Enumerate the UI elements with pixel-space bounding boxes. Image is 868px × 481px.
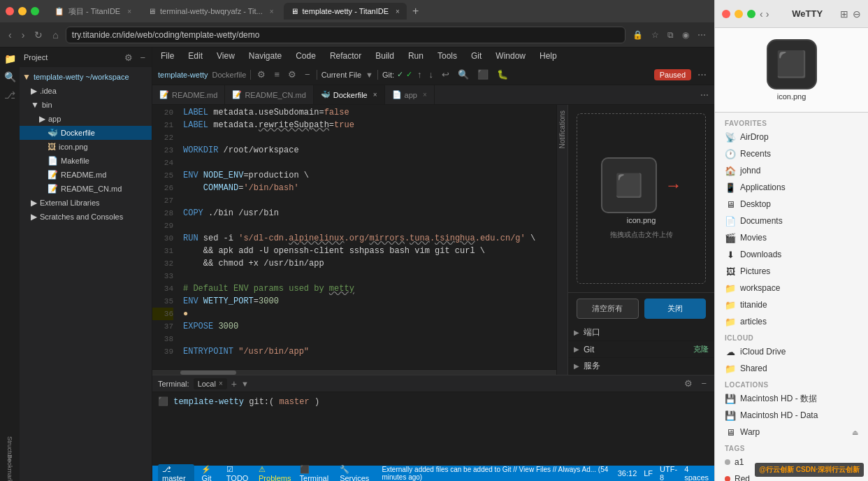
extensions-icon[interactable]: ⧉	[665, 29, 677, 41]
menu-build[interactable]: Build	[372, 50, 397, 62]
tree-item-idea[interactable]: ▶ .idea	[20, 84, 152, 98]
finder-item-airdrop[interactable]: 📡 AirDrop	[715, 129, 868, 145]
terminal-minimize-btn[interactable]: −	[699, 377, 709, 390]
toolbar-minus-btn[interactable]: −	[303, 68, 312, 81]
menu-run[interactable]: Run	[405, 50, 426, 62]
close-upload-btn[interactable]: 关闭	[644, 299, 707, 319]
paused-button[interactable]: Paused	[654, 69, 691, 80]
maximize-button[interactable]	[31, 7, 39, 15]
home-button[interactable]: ⌂	[50, 28, 61, 42]
terminal-add-btn[interactable]: +	[231, 378, 237, 389]
menu-tools[interactable]: Tools	[435, 50, 460, 62]
menu-git[interactable]: Git	[468, 50, 484, 62]
tab-3-close[interactable]: ×	[396, 8, 400, 15]
finder-item-pictures[interactable]: 🖼 Pictures	[715, 263, 868, 280]
new-tab-button[interactable]: +	[410, 5, 421, 17]
panel-row-port[interactable]: ▶ 端口	[568, 324, 714, 341]
toolbar-structure-btn[interactable]: ≡	[272, 68, 282, 81]
terminal-chevron[interactable]: ▼	[241, 380, 249, 388]
finder-item-workspace[interactable]: 📁 workspace	[715, 280, 868, 296]
finder-back-btn[interactable]: ‹	[760, 8, 763, 20]
menu-edit[interactable]: Edit	[185, 50, 205, 62]
git-pull-btn[interactable]: ↓	[427, 68, 436, 81]
tree-root[interactable]: ▼ template-wetty ~/workspace	[20, 70, 152, 84]
more-options-btn[interactable]: ⋯	[695, 68, 709, 81]
panel-row-service[interactable]: ▶ 服务	[568, 358, 714, 375]
browser-tab-3[interactable]: 🖥 template-wetty - TitanIDE ×	[284, 3, 407, 20]
file-tab-readme[interactable]: 📝 README.md	[152, 85, 225, 105]
menu-navigate[interactable]: Navigate	[246, 50, 284, 62]
code-text[interactable]: LABEL metadata.useSubdomain=false LABEL …	[178, 105, 556, 369]
menu-refactor[interactable]: Refactor	[327, 50, 364, 62]
git-push-btn[interactable]: ↑	[415, 68, 424, 81]
finder-eject-icon[interactable]: ⏏	[852, 429, 858, 436]
terminal-tab-local[interactable]: Local ×	[194, 378, 227, 389]
tab-2-close[interactable]: ×	[270, 8, 274, 15]
file-tab-dockerfile[interactable]: 🐳 Dockerfile ×	[314, 85, 385, 105]
status-todo[interactable]: ☑ TODO	[226, 465, 252, 482]
finder-item-icloud-drive[interactable]: ☁ iCloud Drive	[715, 343, 868, 360]
finder-item-macintosh-data[interactable]: 💾 Macintosh HD - 数据	[715, 390, 868, 407]
terminal-tab-close[interactable]: ×	[219, 380, 223, 387]
clear-btn[interactable]: 清空所有	[577, 299, 639, 319]
finder-icon-item[interactable]: ⬛ icon.png	[767, 39, 817, 101]
terminal-content[interactable]: ⬛ template-wetty git:( master )	[152, 392, 714, 466]
minimize-button[interactable]	[18, 7, 27, 15]
git-icon[interactable]: ⎇	[1, 87, 18, 103]
tree-item-app[interactable]: ▶ app	[20, 112, 152, 126]
undo-btn[interactable]: ↩	[440, 68, 451, 81]
upload-area[interactable]: ⬛ → icon.png 拖拽或点击文件上传	[577, 113, 706, 284]
project-icon[interactable]: 📁	[1, 50, 18, 67]
terminal-btn[interactable]: ⬛	[475, 68, 491, 81]
refresh-button[interactable]: ↻	[31, 28, 45, 42]
browser-tab-1[interactable]: 📋 项目 - TitanIDE ×	[48, 3, 138, 20]
file-tab-readme-cn[interactable]: 📝 README_CN.md	[225, 85, 313, 105]
tree-item-bin[interactable]: ▼ bin	[20, 98, 152, 112]
finder-item-macintosh-hd[interactable]: 💾 Macintosh HD - Data	[715, 407, 868, 424]
tree-item-dockerfile[interactable]: 🐳 Dockerfile	[20, 126, 152, 140]
menu-code[interactable]: Code	[293, 50, 319, 62]
sidebar-settings-btn[interactable]: ⚙	[122, 51, 135, 64]
finder-grid-btn[interactable]: ⊞	[840, 8, 848, 20]
debug-btn[interactable]: 🐛	[495, 68, 510, 81]
url-input[interactable]	[66, 27, 625, 43]
finder-forward-btn[interactable]: ›	[766, 8, 769, 20]
file-tab-more[interactable]: ⋯	[695, 90, 714, 100]
panel-row-git[interactable]: ▶ Git 克隆	[568, 341, 714, 358]
finder-close-btn[interactable]	[722, 10, 730, 18]
status-services[interactable]: 🔧 Services	[340, 465, 373, 482]
browser-tab-2[interactable]: 🖥 terminal-wetty-bwqryafz - Tit... ×	[141, 3, 281, 20]
finder-item-documents[interactable]: 📄 Documents	[715, 213, 868, 229]
status-branch[interactable]: ⎇ master	[158, 464, 194, 482]
status-git-icon[interactable]: ⚡ Git	[201, 465, 219, 482]
menu-window[interactable]: Window	[493, 50, 528, 62]
tree-item-readme-cn[interactable]: 📝 README_CN.md	[20, 182, 152, 196]
more-icon[interactable]: ⋯	[695, 29, 709, 41]
tab-1-close[interactable]: ×	[127, 8, 131, 15]
profile-icon[interactable]: ◉	[679, 29, 692, 41]
finder-item-articles[interactable]: 📁 articles	[715, 313, 868, 330]
toolbar-settings-btn2[interactable]: ⚙	[286, 68, 298, 81]
finder-item-warp[interactable]: 🖥 Warp ⏏	[715, 424, 868, 440]
code-editor[interactable]: 20 21 22 23 24 25 26 27 28 29 30	[152, 105, 556, 375]
finder-item-applications[interactable]: 📱 Applications	[715, 179, 868, 196]
finder-item-titanide[interactable]: 📁 titanide	[715, 296, 868, 313]
back-button[interactable]: ‹	[6, 28, 15, 42]
menu-file[interactable]: File	[158, 50, 177, 62]
file-tab-app-close[interactable]: ×	[423, 91, 427, 99]
finder-item-downloads[interactable]: ⬇ Downloads	[715, 246, 868, 263]
finder-item-johnd[interactable]: 🏠 johnd	[715, 162, 868, 179]
lock-icon[interactable]: 🔒	[630, 29, 646, 41]
tree-item-scratches[interactable]: ▶ Scratches and Consoles	[20, 210, 152, 224]
terminal-settings-btn[interactable]: ⚙	[682, 377, 695, 390]
menu-help[interactable]: Help	[537, 50, 560, 62]
star-icon[interactable]: ☆	[649, 29, 662, 41]
status-terminal[interactable]: ⬛ Terminal	[300, 465, 333, 482]
tree-item-iconpng[interactable]: 🖼 icon.png	[20, 140, 152, 154]
horizontal-scrollbar[interactable]	[152, 369, 556, 375]
finder-item-desktop[interactable]: 🖥 Desktop	[715, 196, 868, 213]
status-problems[interactable]: ⚠ Problems	[259, 465, 293, 482]
file-tab-app[interactable]: 📄 app ×	[385, 85, 435, 105]
finder-item-movies[interactable]: 🎬 Movies	[715, 229, 868, 246]
tree-item-readme[interactable]: 📝 README.md	[20, 168, 152, 182]
